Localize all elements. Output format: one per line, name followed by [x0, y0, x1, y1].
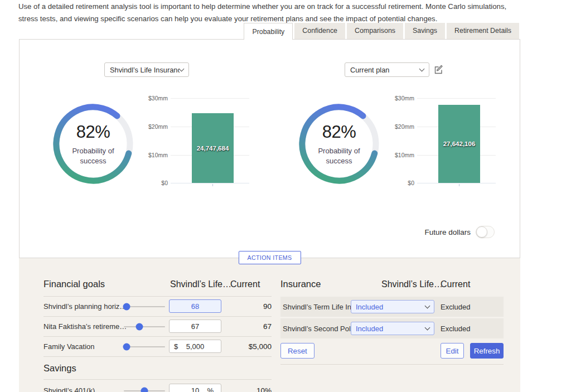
probability-value: 82% [298, 122, 380, 142]
tab-bar: Probability Confidence Comparisons Savin… [242, 23, 519, 39]
donut-center-text: 82% Probability of success [52, 122, 134, 166]
tab-confidence[interactable]: Confidence [294, 23, 345, 39]
portfolio-bar: 27,642,106 [438, 105, 480, 183]
action-items-button[interactable]: ACTION ITEMS [238, 251, 301, 264]
plan-selector-right-value: Current plan [350, 66, 420, 74]
insurance-row: Shvindl’s Second Pol… Included Excluded [280, 318, 504, 338]
goal-current-value: $5,000 [227, 342, 272, 351]
refresh-button[interactable]: Refresh [470, 343, 504, 359]
insurance-row-label: Shvindl’s Term Life In… [283, 303, 359, 311]
savings-title: Savings [43, 363, 76, 374]
goal-input[interactable]: $ 5,000 [169, 340, 221, 353]
plot-area: 24,747,684 [171, 98, 249, 183]
plot-area: 27,642,106 [417, 98, 496, 183]
column-plan-header: Shvindl’s Life… [170, 279, 231, 289]
savings-input[interactable]: 10 % [169, 384, 221, 392]
probability-caption: Probability of success [298, 146, 380, 166]
toggle-knob [476, 226, 487, 238]
chevron-down-icon [425, 325, 430, 330]
goal-input[interactable]: 67 [169, 320, 221, 333]
plan-selector-left-value: Shvindl’s Life Insurance P [110, 66, 180, 74]
goal-slider[interactable] [124, 323, 165, 330]
chevron-down-icon [179, 66, 185, 71]
goal-input[interactable]: 68 [169, 299, 221, 313]
probability-caption: Probability of success [52, 146, 134, 166]
probability-donut-right: 82% Probability of success [298, 103, 380, 185]
slider-handle[interactable] [123, 303, 130, 310]
donut-center-text: 82% Probability of success [298, 122, 380, 166]
insurance-row-label: Shvindl’s Second Pol… [283, 325, 358, 333]
insurance-current-value: Excluded [441, 303, 470, 311]
slider-handle[interactable] [123, 343, 130, 350]
goal-current-value: 90 [227, 302, 272, 311]
insurance-title: Insurance [280, 279, 321, 289]
plan-selector-right[interactable]: Current plan [345, 62, 429, 77]
tab-probability[interactable]: Probability [244, 23, 293, 40]
future-dollars-control: Future dollars [424, 226, 495, 238]
probability-value: 82% [52, 122, 134, 142]
edit-plan-icon[interactable] [433, 64, 444, 75]
y-axis-labels: $30mm $20mm $10mm $0 [391, 98, 414, 183]
goal-slider[interactable] [124, 303, 165, 310]
intro-text: Use of a detailed retirement analysis to… [18, 1, 523, 25]
chevron-down-icon [425, 303, 430, 308]
bar-value-label: 24,747,684 [192, 145, 234, 152]
chevron-down-icon [419, 66, 425, 71]
reset-button[interactable]: Reset [280, 343, 314, 359]
plan-editor-section: Financial goals Shvindl’s Life… Current … [19, 258, 520, 392]
insurance-include-select[interactable]: Included [351, 300, 434, 313]
insurance-row: Shvindl’s Term Life In… Included Exclude… [280, 297, 504, 317]
tab-comparisons[interactable]: Comparisons [347, 23, 403, 39]
goal-row-label: Shvindl’s planning horiz… [43, 302, 127, 311]
slider-handle[interactable] [141, 387, 148, 392]
edit-button[interactable]: Edit [441, 343, 464, 359]
savings-current-value: 10% [227, 386, 272, 392]
column-current-header: Current [441, 279, 470, 289]
column-plan-header: Shvindl’s Life… [381, 279, 443, 289]
savings-row-label: Shvindl’s 401(k) [43, 386, 95, 392]
plan-selector-left[interactable]: Shvindl’s Life Insurance P [104, 62, 189, 77]
goal-row-label: Nita Faktisha’s retireme… [43, 322, 127, 331]
future-dollars-toggle[interactable] [476, 226, 495, 238]
financial-goals-title: Financial goals [43, 279, 105, 289]
probability-donut-left: 82% Probability of success [52, 103, 134, 185]
future-dollars-label: Future dollars [424, 228, 471, 236]
bar-chart-left: $30mm $20mm $10mm $0 24,747,684 [144, 98, 249, 183]
y-axis-labels: $30mm $20mm $10mm $0 [144, 98, 168, 183]
bar-chart-right: $30mm $20mm $10mm $0 27,642,106 [391, 98, 496, 183]
slider-handle[interactable] [136, 323, 143, 330]
savings-slider[interactable] [124, 387, 165, 392]
tab-savings[interactable]: Savings [405, 23, 445, 39]
goal-current-value: 67 [227, 322, 272, 331]
probability-panel: Shvindl’s Life Insurance P Current plan … [19, 39, 520, 258]
insurance-current-value: Excluded [441, 325, 470, 333]
bar-value-label: 27,642,106 [438, 141, 480, 147]
tab-retirement-details[interactable]: Retirement Details [447, 23, 519, 39]
portfolio-bar: 24,747,684 [192, 113, 234, 183]
goal-row-label: Family Vacation [43, 342, 95, 351]
x-axis-tick [212, 184, 213, 186]
x-axis-tick [459, 184, 459, 186]
goal-slider[interactable] [124, 343, 165, 350]
column-current-header: Current [230, 279, 260, 289]
insurance-include-select[interactable]: Included [351, 322, 434, 335]
